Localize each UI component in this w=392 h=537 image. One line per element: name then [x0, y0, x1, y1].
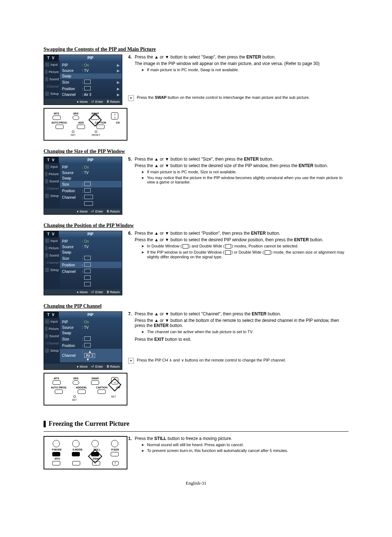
freeze-step1-num: 1.: [128, 436, 132, 454]
block-swap: T V PIP Input Picture Sound Channel Setu…: [44, 54, 348, 141]
osd-tv-label: T V: [44, 55, 58, 61]
remote-tip-icon: ✦: [128, 95, 134, 101]
feature-heading-freeze: Freezing the Current Picture: [44, 420, 348, 428]
osd-swap: T V PIP Input Picture Sound Channel Setu…: [44, 54, 122, 105]
remote-snippet-swap: MTS SRS SWAP ∧∨ AUTO PROG. ADD CAPTION C…: [44, 108, 127, 141]
remote-still-button: [91, 452, 99, 456]
step5-num: 5.: [128, 157, 132, 186]
down-icon: [165, 54, 169, 60]
step6-num: 6.: [128, 231, 132, 261]
remote-swap-button: SWAP: [91, 112, 99, 120]
remote-tip-icon: ✦: [128, 358, 134, 364]
osd-position: T VPIP Input Picture Sound Channel Setup…: [44, 231, 122, 295]
remote-snippet-channel: MTS SRS SWAP ∧∨ AUTO PROG. ADD/DEL CAPTI…: [44, 373, 127, 405]
remote-snippet-freeze: P.MODES.MODESTILLP.SIZE MTSSWAP ∧: [44, 436, 127, 469]
double-window-icon: [183, 244, 188, 249]
step7-num: 7.: [128, 311, 132, 343]
block-size: T VPIP Input Picture Sound Channel Setup…: [44, 157, 348, 215]
right-col-swap: 4. Press the or button to select "Swap",…: [128, 54, 348, 141]
step4-num: 4.: [128, 54, 132, 73]
osd-channel: T VPIP Input Picture Sound Channel Setup…: [44, 311, 122, 370]
page-footer: English-31: [44, 480, 348, 486]
heading-position: Changing the Position of the PIP Window: [44, 223, 348, 229]
osd-main: PIP: On▶ Source: TV▶ Swap Size: ▶ Positi…: [60, 61, 122, 99]
left-col-swap: T V PIP Input Picture Sound Channel Setu…: [44, 54, 122, 141]
up-icon: [154, 54, 159, 60]
block-channel: T VPIP Input Picture Sound Channel Setup…: [44, 311, 348, 405]
heading-bar-icon: [44, 421, 46, 427]
heading-size: Changing the Size of the PIP Window: [44, 149, 348, 154]
double-wide-icon: [225, 244, 231, 249]
osd-sidebar: Input Picture Sound Channel Setup: [44, 61, 60, 99]
block-position: T VPIP Input Picture Sound Channel Setup…: [44, 231, 348, 295]
heading-channel: Changing the PIP Channel: [44, 303, 348, 309]
block-freeze: P.MODES.MODESTILLP.SIZE MTSSWAP ∧ 1. Pre…: [44, 436, 348, 469]
heading-swap: Swapping the Contents of the PIP and Mai…: [44, 47, 348, 52]
osd-pip-label: PIP: [58, 55, 122, 61]
note-arrow-icon: [141, 68, 144, 72]
osd-size: T VPIP Input Picture Sound Channel Setup…: [44, 157, 122, 215]
osd-footer: ♦Move ⏎Enter ⅢReturn: [44, 99, 122, 105]
remote-pipch-button: ∧∨: [111, 377, 118, 384]
rule: [44, 431, 348, 432]
